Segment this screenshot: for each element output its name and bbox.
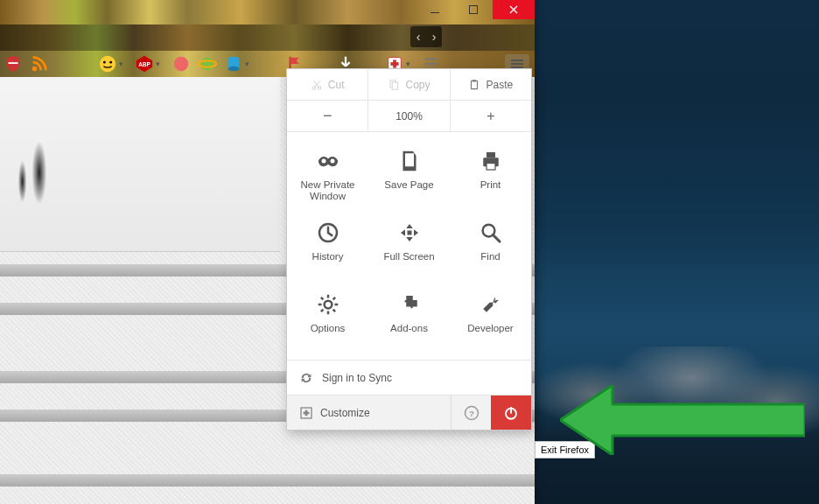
svg-text:ABP: ABP <box>138 61 150 67</box>
content-image <box>0 77 280 252</box>
menu-find[interactable]: Find <box>450 213 531 284</box>
menu-item-label: Print <box>480 179 501 191</box>
rss-icon[interactable] <box>30 54 49 74</box>
hamburger-menu: Cut Copy Paste − 100% + New PrivateWindo… <box>286 68 532 430</box>
navigation-bar: ‹ › <box>0 24 535 51</box>
dropdown-icon[interactable]: ▾ <box>119 60 128 68</box>
annotation-arrow-icon <box>560 385 805 455</box>
nav-forward-icon[interactable]: › <box>426 30 442 44</box>
zoom-in-button[interactable]: + <box>451 101 531 131</box>
sync-label: Sign in to Sync <box>322 372 392 384</box>
content-divider <box>0 474 535 486</box>
sync-button[interactable]: Sign in to Sync <box>287 360 531 395</box>
svg-rect-25 <box>393 82 398 89</box>
menu-developer[interactable]: Developer <box>450 284 531 356</box>
cut-label: Cut <box>328 79 345 91</box>
nav-arrows[interactable]: ‹ › <box>410 26 442 47</box>
menu-options[interactable]: Options <box>287 284 368 356</box>
svg-rect-18 <box>390 62 398 66</box>
dropdown-icon[interactable]: ▾ <box>156 60 164 68</box>
window-maximize-button[interactable] <box>454 0 493 19</box>
menu-full-screen[interactable]: Full Screen <box>368 213 450 284</box>
svg-rect-1 <box>470 6 478 14</box>
db-icon[interactable] <box>224 54 243 74</box>
menu-item-label: Developer <box>467 323 513 334</box>
svg-rect-19 <box>425 59 438 60</box>
svg-point-4 <box>100 56 116 72</box>
smiley-icon[interactable] <box>98 54 117 74</box>
svg-point-6 <box>109 61 112 64</box>
copy-button[interactable]: Copy <box>368 69 450 100</box>
dropdown-icon[interactable]: ▾ <box>406 60 415 68</box>
paste-label: Paste <box>486 79 513 91</box>
menu-grid: New PrivateWindow Save Page Print Histor… <box>287 132 531 360</box>
customize-button[interactable]: Customize <box>287 396 451 430</box>
svg-point-3 <box>32 66 38 72</box>
svg-rect-2 <box>9 62 18 64</box>
shield-icon[interactable] <box>4 54 23 74</box>
copy-label: Copy <box>405 79 430 91</box>
svg-rect-35 <box>407 231 411 235</box>
svg-rect-0 <box>430 12 439 13</box>
svg-point-5 <box>103 61 106 64</box>
window-minimize-button[interactable] <box>416 0 454 19</box>
svg-point-14 <box>228 66 240 72</box>
customize-label: Customize <box>320 407 370 419</box>
menu-addons[interactable]: Add-ons <box>368 284 450 356</box>
menu-history[interactable]: History <box>287 213 368 284</box>
menu-new-private-window[interactable]: New PrivateWindow <box>287 141 368 213</box>
menu-item-label: Find <box>480 251 500 262</box>
svg-point-9 <box>174 57 189 72</box>
window-close-button[interactable] <box>493 0 535 19</box>
dropdown-icon[interactable]: ▾ <box>245 60 254 68</box>
menu-item-label: Add-ons <box>390 323 428 334</box>
svg-rect-33 <box>486 164 495 171</box>
svg-rect-32 <box>486 152 495 158</box>
planet-icon[interactable] <box>198 54 217 74</box>
svg-point-28 <box>321 159 326 164</box>
help-button[interactable]: ? <box>451 396 491 430</box>
menu-item-label: Full Screen <box>383 251 434 262</box>
svg-rect-27 <box>473 80 477 81</box>
svg-rect-44 <box>510 407 512 414</box>
window-titlebar <box>0 0 535 24</box>
menu-print[interactable]: Print <box>450 141 531 213</box>
nav-back-icon[interactable]: ‹ <box>410 30 426 44</box>
svg-rect-20 <box>425 63 438 65</box>
menu-item-label: New PrivateWindow <box>301 179 355 202</box>
svg-rect-26 <box>472 80 478 88</box>
svg-rect-40 <box>304 411 310 414</box>
zoom-out-button[interactable]: − <box>287 101 368 131</box>
abp-badge-icon[interactable]: ABP <box>135 54 154 74</box>
svg-rect-30 <box>405 153 414 166</box>
zoom-level[interactable]: 100% <box>368 101 450 131</box>
exit-button[interactable] <box>491 396 531 430</box>
cut-button[interactable]: Cut <box>287 69 368 100</box>
svg-point-29 <box>330 159 334 164</box>
puzzle-icon[interactable] <box>172 54 191 74</box>
svg-point-37 <box>324 301 332 309</box>
menu-item-label: Options <box>311 323 346 334</box>
paste-button[interactable]: Paste <box>451 69 531 100</box>
svg-point-10 <box>201 58 214 71</box>
menu-save-page[interactable]: Save Page <box>368 141 450 213</box>
menu-item-label: Save Page <box>384 179 433 191</box>
menu-item-label: History <box>312 251 344 262</box>
svg-text:?: ? <box>469 408 474 417</box>
